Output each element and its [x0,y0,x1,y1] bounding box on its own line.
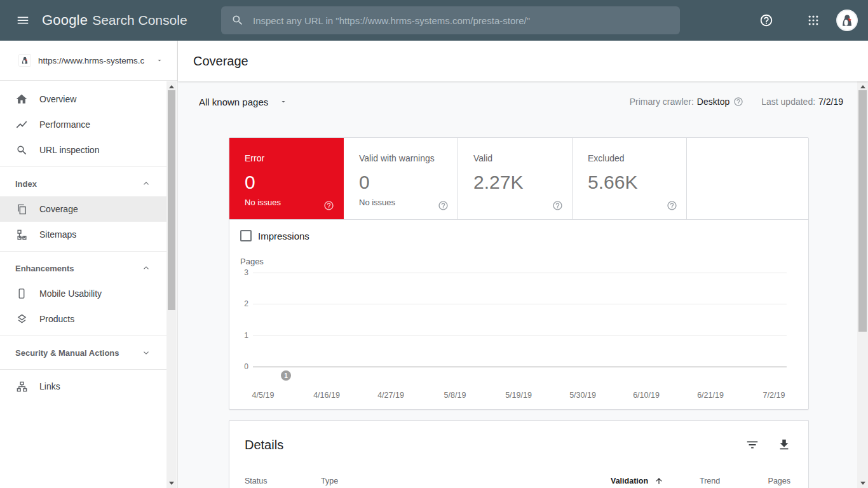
x-axis-line [253,367,787,367]
y-tick-label: 0 [229,362,248,371]
sidebar: https://www.hrms-systems.c... Overview P… [0,41,178,488]
divider [0,336,167,336]
scroll-up-icon[interactable] [166,83,177,90]
property-url: https://www.hrms-systems.c... [38,56,144,65]
main-content: All known pages Primary crawler: Desktop… [178,81,857,488]
impressions-toggle[interactable]: Impressions [240,230,309,241]
column-header-status[interactable]: Status [245,477,267,485]
url-inspect-searchbox[interactable] [221,6,680,34]
details-table-header: Status Type Validation Trend Pages [229,477,808,488]
sidebar-section-security[interactable]: Security & Manual Actions [0,340,167,365]
divider [0,251,167,252]
mobile-phone-icon [15,287,28,300]
x-tick-label: 5/19/19 [505,391,532,400]
section-label: Security & Manual Actions [15,348,119,358]
sidebar-item-label: Products [39,314,74,324]
sidebar-item-label: Performance [39,119,90,130]
sidebar-item-links[interactable]: Links [0,374,167,399]
scroll-down-icon[interactable] [166,479,177,487]
avatar-image [837,11,857,30]
column-header-label: Validation [611,477,648,485]
x-tick-label: 5/8/19 [444,391,466,400]
topbar-actions [754,0,868,41]
x-tick-label: 7/2/19 [763,391,785,400]
page-title: Coverage [193,54,248,69]
search-input[interactable] [253,15,670,26]
sidebar-item-label: Mobile Usability [39,288,102,299]
card-valid-with-warnings[interactable]: Valid with warnings 0 No issues [344,138,458,219]
section-label: Enhancements [15,264,74,273]
sitemaps-icon [15,228,28,241]
column-header-trend[interactable]: Trend [700,477,720,485]
sidebar-nav: Overview Performance URL inspection Inde… [0,81,167,399]
sidebar-item-sitemaps[interactable]: Sitemaps [0,222,167,247]
status-cards-row: Error 0 No issues Valid with warnings 0 … [229,138,808,220]
crawler-label: Primary crawler: [630,97,694,107]
main-scrollbar[interactable] [857,81,868,488]
scroll-down-icon[interactable] [857,479,868,487]
details-title: Details [245,438,743,452]
y-tick-label: 3 [229,268,248,277]
card-value: 0 [245,172,343,193]
x-tick-label: 4/27/19 [377,391,404,400]
download-icon [777,438,791,452]
caret-down-icon [280,98,287,105]
page-scope-dropdown[interactable]: All known pages [199,97,287,107]
coverage-chart-panel: Error 0 No issues Valid with warnings 0 … [229,137,809,410]
home-icon [15,93,28,105]
chevron-up-icon [142,264,151,273]
download-button[interactable] [775,436,793,454]
logo-product-text: Search Console [92,13,187,28]
card-excluded[interactable]: Excluded 5.66K [573,138,687,219]
y-tick-label: 1 [229,331,248,340]
sidebar-item-products[interactable]: Products [0,306,167,332]
help-button[interactable] [754,8,779,33]
search-icon [15,144,28,156]
sidebar-item-mobile-usability[interactable]: Mobile Usability [0,281,167,306]
column-header-pages[interactable]: Pages [768,477,790,485]
apps-grid-button[interactable] [801,8,826,33]
scrollbar-thumb[interactable] [168,90,175,310]
scrollbar-thumb[interactable] [858,90,867,332]
help-icon[interactable] [733,97,743,107]
crawler-value: Desktop [697,97,729,107]
x-tick-label: 4/5/19 [252,391,275,400]
details-panel: Details Status Type Validation Trend Pag… [229,420,809,488]
top-app-bar: Google Search Console [0,0,868,41]
filter-icon [745,438,759,452]
scroll-up-icon[interactable] [857,83,868,90]
card-valid[interactable]: Valid 2.27K [458,138,573,219]
sidebar-item-overview[interactable]: Overview [0,86,167,112]
hamburger-icon [16,13,30,27]
sidebar-scrollbar[interactable] [166,81,177,488]
card-error[interactable]: Error 0 No issues [229,138,344,219]
help-icon[interactable] [323,200,334,211]
card-value: 0 [359,172,458,193]
sidebar-section-enhancements[interactable]: Enhancements [0,255,167,281]
section-label: Index [15,179,37,189]
property-selector[interactable]: https://www.hrms-systems.c... [0,41,177,81]
column-header-validation[interactable]: Validation [611,477,663,485]
column-header-type[interactable]: Type [321,477,338,485]
help-icon[interactable] [667,200,677,211]
y-axis-title: Pages [240,257,264,266]
chart-annotation-badge[interactable]: 1 [281,370,291,381]
x-tick-label: 5/30/19 [569,391,596,400]
sidebar-section-index[interactable]: Index [0,171,167,196]
account-avatar[interactable] [836,10,858,31]
app-logo[interactable]: Google Search Console [42,12,187,29]
divider [0,166,167,167]
sidebar-item-performance[interactable]: Performance [0,112,167,137]
sidebar-item-label: URL inspection [39,145,99,155]
links-tree-icon [15,380,28,393]
filter-button[interactable] [743,436,761,454]
sidebar-item-url-inspection[interactable]: URL inspection [0,137,167,163]
impressions-checkbox[interactable] [240,230,252,241]
logo-google-text: Google [42,12,88,29]
menu-button[interactable] [14,11,32,29]
caret-down-icon [156,57,163,64]
help-icon[interactable] [552,200,563,211]
help-icon[interactable] [438,200,449,211]
sidebar-item-coverage[interactable]: Coverage [0,196,167,222]
report-toolbar: All known pages Primary crawler: Desktop… [178,81,857,122]
